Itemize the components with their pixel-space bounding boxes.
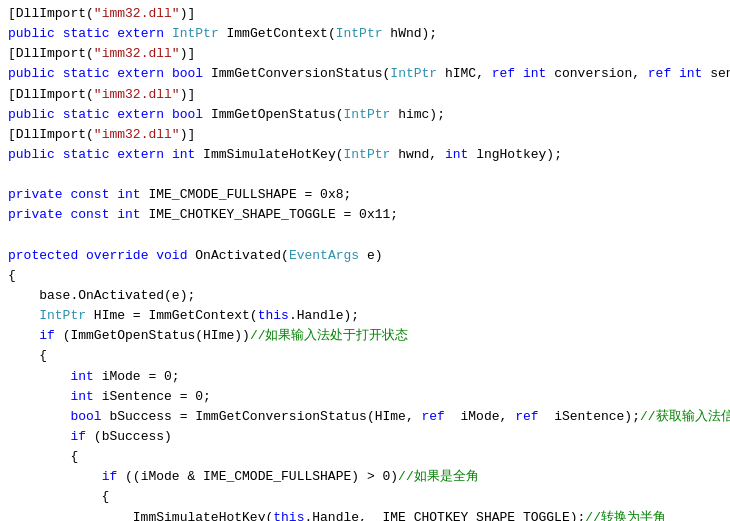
code-token: e) [359,246,382,266]
code-token [55,64,63,84]
code-token: ImmSimulateHotKey( [8,508,273,521]
code-line: protected override void OnActivated(Even… [8,246,722,266]
code-token: DllImport [16,4,86,24]
code-token: this [273,508,304,521]
code-token: { [8,346,47,366]
code-line: public static extern IntPtr ImmGetContex… [8,24,722,44]
code-token: bSuccess = ImmGetConversionStatus(HIme, [102,407,422,427]
code-token: [ [8,125,16,145]
code-token: int [117,185,140,205]
code-token: extern [117,145,164,165]
code-token [164,105,172,125]
code-line [8,226,722,246]
code-line: private const int IME_CHOTKEY_SHAPE_TOGG… [8,205,722,225]
code-container: [DllImport("imm32.dll")]public static ex… [0,0,730,521]
code-line: int iSentence = 0; [8,387,722,407]
code-line: { [8,346,722,366]
code-token: )] [180,125,196,145]
code-token: sentence); [702,64,730,84]
code-line: { [8,487,722,507]
code-token: ref [515,407,538,427]
code-token: extern [117,64,164,84]
code-token: EventArgs [289,246,359,266]
code-line: IntPtr HIme = ImmGetContext(this.Handle)… [8,306,722,326]
code-token: ImmGetConversionStatus( [203,64,390,84]
code-token [164,64,172,84]
code-line: public static extern bool ImmGetOpenStat… [8,105,722,125]
code-token: ((iMode & IME_CMODE_FULLSHAPE) > 0) [117,467,398,487]
code-token: static [63,64,110,84]
code-token: )] [180,4,196,24]
code-token: ref [492,64,515,84]
code-token: ImmGetContext( [219,24,336,44]
code-line: if ((iMode & IME_CMODE_FULLSHAPE) > 0)//… [8,467,722,487]
code-line: [DllImport("imm32.dll")] [8,85,722,105]
code-token: hwnd, [390,145,445,165]
code-token: )] [180,85,196,105]
code-token [8,306,39,326]
code-token: extern [117,24,164,44]
code-token [164,145,172,165]
code-token: int [117,205,140,225]
code-token: DllImport [16,85,86,105]
code-line: [DllImport("imm32.dll")] [8,44,722,64]
code-token: //如果输入法处于打开状态 [250,326,409,346]
code-line [8,165,722,185]
code-token [78,246,86,266]
code-token: IntPtr [172,24,219,44]
code-token: "imm32.dll" [94,44,180,64]
code-token: conversion, [546,64,647,84]
code-token: IntPtr [344,145,391,165]
code-token: OnActivated( [187,246,288,266]
code-token: public [8,145,55,165]
code-token: ref [648,64,671,84]
code-line: public static extern bool ImmGetConversi… [8,64,722,84]
code-token: static [63,145,110,165]
code-token [109,205,117,225]
code-token: DllImport [16,125,86,145]
code-line: { [8,266,722,286]
code-line: private const int IME_CMODE_FULLSHAPE = … [8,185,722,205]
code-token: //如果是全角 [398,467,479,487]
code-token: int [679,64,702,84]
code-token [109,64,117,84]
code-token [63,205,71,225]
code-token: .Handle); [289,306,359,326]
code-token: static [63,105,110,125]
code-token: ( [86,4,94,24]
code-token [671,64,679,84]
code-token: "imm32.dll" [94,85,180,105]
code-token: (ImmGetOpenStatus(HIme)) [55,326,250,346]
code-token: { [8,266,16,286]
code-token [164,24,172,44]
code-token [8,407,70,427]
code-token: const [70,185,109,205]
code-token: iSentence = 0; [94,387,211,407]
code-token: private [8,205,63,225]
code-token: int [523,64,546,84]
code-token: ImmSimulateHotKey( [195,145,343,165]
code-token: [ [8,44,16,64]
code-token: private [8,185,63,205]
code-token [8,387,70,407]
code-token [109,145,117,165]
code-line: if (bSuccess) [8,427,722,447]
code-token [109,105,117,125]
code-token: bool [70,407,101,427]
code-token: int [445,145,468,165]
code-token [8,427,70,447]
code-line: bool bSuccess = ImmGetConversionStatus(H… [8,407,722,427]
code-token: "imm32.dll" [94,125,180,145]
code-token: int [172,145,195,165]
code-token: ImmGetOpenStatus( [203,105,343,125]
code-token: { [8,447,78,467]
code-token: iSentence); [539,407,640,427]
code-line: public static extern int ImmSimulateHotK… [8,145,722,165]
code-token: DllImport [16,44,86,64]
code-token: if [102,467,118,487]
code-token: this [258,306,289,326]
code-token: IntPtr [390,64,437,84]
code-token: //获取输入法信息 [640,407,730,427]
code-token: [ [8,4,16,24]
code-token: bool [172,105,203,125]
